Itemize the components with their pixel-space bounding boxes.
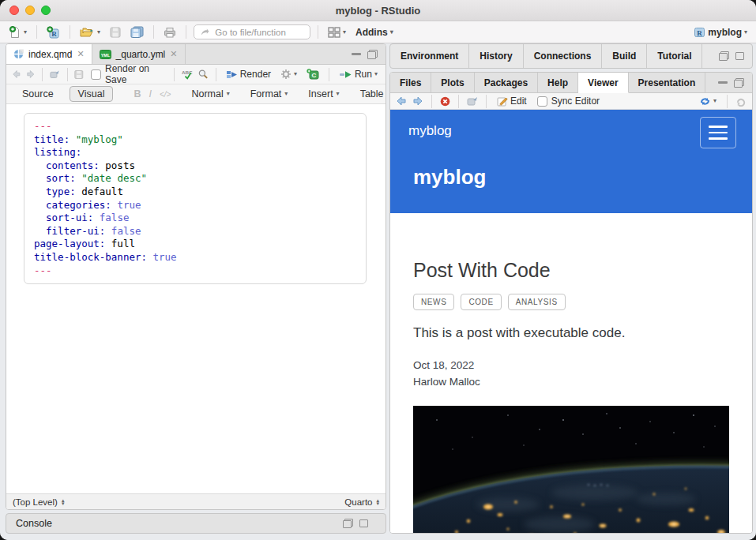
tab-packages[interactable]: Packages xyxy=(475,73,538,92)
code-token: --- xyxy=(34,120,52,132)
save-all-button[interactable] xyxy=(128,24,146,39)
paragraph-style-dropdown[interactable]: Normal▾ xyxy=(191,88,229,99)
rstudio-window: myblog - RStudio ▾ R ▾ xyxy=(0,0,756,540)
format-bar: Source Visual B I </> Normal▾ Format▾ In… xyxy=(6,84,386,104)
render-button[interactable]: Render xyxy=(224,67,273,81)
back-icon[interactable] xyxy=(12,69,21,79)
minimize-pane-icon[interactable] xyxy=(718,81,728,84)
save-icon[interactable] xyxy=(74,69,84,80)
tab-tutorial[interactable]: Tutorial xyxy=(647,44,702,68)
toolbar-separator xyxy=(486,95,487,108)
code-token xyxy=(105,225,111,237)
workspace-panes-button[interactable]: ▾ xyxy=(325,25,348,39)
source-mode-button[interactable]: Source xyxy=(14,87,62,101)
sync-viewer-button[interactable]: ▾ xyxy=(697,95,719,108)
restore-console-icon[interactable] xyxy=(343,519,353,528)
toolbar-separator xyxy=(458,95,459,108)
hamburger-icon xyxy=(709,132,728,134)
save-button[interactable] xyxy=(107,25,123,39)
viewer-content[interactable]: myblog myblog Post With Code NEWS CODE xyxy=(390,110,752,533)
tab-history[interactable]: History xyxy=(469,44,523,68)
italic-button[interactable]: I xyxy=(149,88,151,99)
search-icon[interactable] xyxy=(198,69,208,80)
new-project-button[interactable]: R xyxy=(44,24,62,40)
addins-button[interactable]: Addins ▾ xyxy=(353,25,396,39)
open-new-window-icon[interactable] xyxy=(50,69,59,79)
filetype-label: Quarto xyxy=(344,497,372,507)
tab-files[interactable]: Files xyxy=(390,73,431,92)
source-pane: index.qmd ✕ YML _quarto.yml ✕ xyxy=(6,43,386,510)
print-button[interactable] xyxy=(161,25,179,39)
render-on-save-toggle[interactable]: Render on Save xyxy=(88,62,167,87)
tab-presentation[interactable]: Presentation xyxy=(629,73,706,92)
restore-pane-icon[interactable] xyxy=(719,51,729,61)
code-token xyxy=(70,133,76,145)
new-file-button[interactable]: ▾ xyxy=(6,24,29,40)
goto-file-input[interactable] xyxy=(213,27,303,38)
insert-menu[interactable]: Insert▾ xyxy=(308,88,339,99)
save-icon xyxy=(110,27,121,38)
filetype-selector[interactable]: Quarto▴▾ xyxy=(344,497,379,507)
tag-pill[interactable]: NEWS xyxy=(413,294,454,310)
edit-button[interactable]: Edit xyxy=(495,94,529,108)
project-menu-button[interactable]: R myblog ▾ xyxy=(691,25,750,39)
viewer-forward-icon[interactable] xyxy=(412,96,423,106)
format-menu[interactable]: Format▾ xyxy=(250,88,288,99)
sync-editor-toggle[interactable]: Sync Editor xyxy=(535,94,602,108)
maximize-pane-icon[interactable] xyxy=(734,78,744,88)
window-title: myblog - RStudio xyxy=(0,5,756,17)
code-token: "date desc" xyxy=(81,172,147,184)
tab-help[interactable]: Help xyxy=(538,73,578,92)
goto-file-search[interactable] xyxy=(194,24,310,39)
tag-pill[interactable]: CODE xyxy=(461,294,501,310)
code-token: full xyxy=(105,238,135,249)
tab-build[interactable]: Build xyxy=(602,44,647,68)
maximize-console-icon[interactable] xyxy=(359,519,368,527)
close-tab-icon[interactable]: ✕ xyxy=(170,49,177,59)
tab-plots[interactable]: Plots xyxy=(431,73,474,92)
spellcheck-icon[interactable]: ABC xyxy=(182,69,194,81)
bold-button[interactable]: B xyxy=(134,88,141,99)
table-menu[interactable]: Table▾ xyxy=(360,88,386,99)
render-on-save-checkbox[interactable] xyxy=(91,69,101,80)
yaml-front-matter-block[interactable]: ---title: "myblog"listing: contents: pos… xyxy=(24,113,367,284)
post-thumbnail-earth-image[interactable] xyxy=(413,406,729,533)
visual-mode-button[interactable]: Visual xyxy=(70,86,114,102)
open-file-button[interactable]: ▾ xyxy=(77,25,103,39)
post-date: Oct 18, 2022 xyxy=(413,359,729,371)
toolbar-separator xyxy=(431,95,432,108)
hamburger-menu-button[interactable] xyxy=(700,117,736,148)
console-pane-header[interactable]: Console xyxy=(6,513,386,534)
run-label: Run xyxy=(355,69,372,80)
render-settings-button[interactable]: ▾ xyxy=(278,67,299,81)
close-tab-icon[interactable]: ✕ xyxy=(77,49,84,59)
viewer-back-icon[interactable] xyxy=(396,96,407,106)
code-button[interactable]: </> xyxy=(160,90,171,99)
tab-connections[interactable]: Connections xyxy=(524,44,603,68)
stop-icon[interactable] xyxy=(440,96,450,107)
tab-environment[interactable]: Environment xyxy=(390,44,469,68)
blog-navbar-brand[interactable]: myblog xyxy=(408,123,452,139)
refresh-icon[interactable] xyxy=(735,96,747,107)
open-new-window-icon[interactable] xyxy=(467,96,478,106)
format-menu-label: Format xyxy=(250,88,282,99)
tag-pill[interactable]: ANALYSIS xyxy=(508,294,566,310)
sync-editor-checkbox[interactable] xyxy=(537,96,547,107)
run-button[interactable]: Run ▾ xyxy=(337,67,380,81)
maximize-pane-icon[interactable] xyxy=(735,52,744,60)
insert-chunk-button[interactable]: C xyxy=(304,67,322,81)
post-title-link[interactable]: Post With Code xyxy=(413,259,729,282)
render-label: Render xyxy=(240,69,271,80)
tab-index-qmd[interactable]: index.qmd ✕ xyxy=(6,44,92,64)
tab-viewer[interactable]: Viewer xyxy=(578,73,628,93)
minimize-pane-icon[interactable] xyxy=(352,53,361,55)
render-on-save-label: Render on Save xyxy=(105,63,164,85)
environment-pane-tabs: Environment History Connections Build Tu… xyxy=(389,43,753,69)
scope-selector[interactable]: (Top Level)▴▾ xyxy=(13,497,64,507)
project-name: myblog xyxy=(708,27,742,38)
blog-banner-title: myblog xyxy=(390,156,752,213)
forward-icon[interactable] xyxy=(26,69,36,79)
maximize-pane-icon[interactable] xyxy=(367,50,378,59)
code-token: "myblog" xyxy=(76,133,123,145)
visual-editor-body[interactable]: ---title: "myblog"listing: contents: pos… xyxy=(6,104,386,493)
